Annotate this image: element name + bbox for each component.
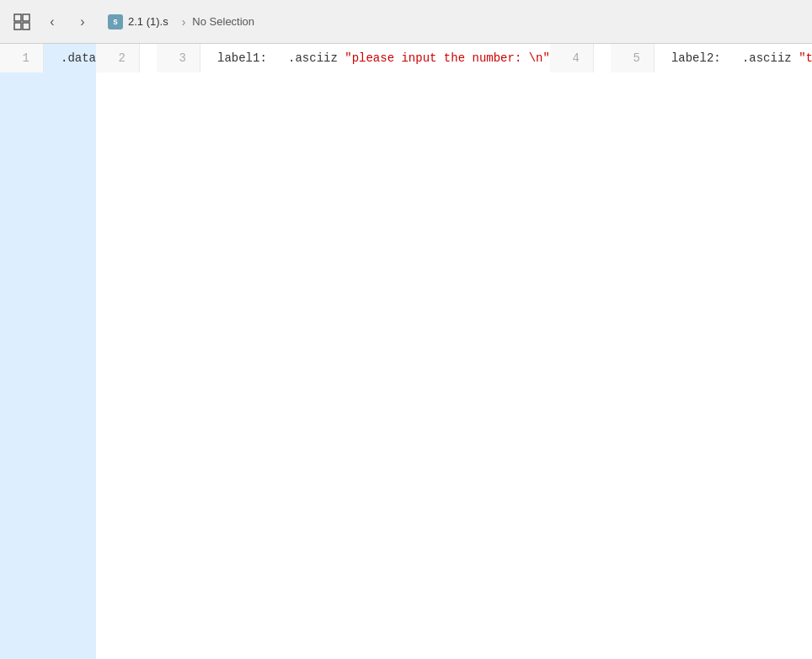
- toolbar: ‹ › s 2.1 (1).s › No Selection: [0, 0, 812, 44]
- code-line: 1.data: [0, 44, 96, 659]
- no-selection-label: No Selection: [192, 15, 254, 28]
- line-number: 4: [550, 44, 594, 72]
- forward-button[interactable]: ›: [71, 10, 94, 34]
- back-button[interactable]: ‹: [40, 10, 64, 34]
- svg-rect-2: [14, 23, 21, 29]
- code-line: 5label2: .asciiz "the result is :\n": [611, 44, 812, 659]
- line-number: 3: [157, 44, 200, 72]
- code-line: 4: [550, 44, 611, 659]
- line-number: 2: [96, 44, 140, 72]
- file-icon: s: [108, 14, 123, 29]
- file-tab[interactable]: s 2.1 (1).s: [101, 11, 175, 33]
- code-line: 3label1: .asciiz "please input the numbe…: [157, 44, 550, 659]
- line-code[interactable]: label1: .asciiz "please input the number…: [200, 44, 550, 72]
- breadcrumb-separator: ›: [182, 15, 186, 29]
- line-code[interactable]: .data: [44, 44, 96, 72]
- file-name: 2.1 (1).s: [128, 15, 168, 28]
- svg-rect-1: [23, 14, 29, 21]
- editor-area: 1.data23label1: .asciiz "please input th…: [0, 44, 812, 659]
- svg-rect-0: [14, 14, 21, 21]
- svg-rect-3: [23, 23, 29, 29]
- line-code[interactable]: label2: .asciiz "the result is :\n": [654, 44, 812, 72]
- line-number: 5: [611, 44, 654, 72]
- line-number: 1: [0, 44, 44, 72]
- code-line: 2: [96, 44, 157, 659]
- grid-icon: [10, 10, 34, 34]
